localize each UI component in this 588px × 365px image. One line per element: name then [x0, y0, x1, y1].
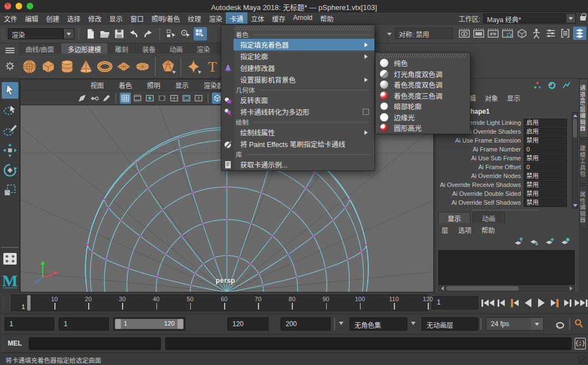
command-input[interactable] [29, 337, 161, 350]
channel-value-field[interactable]: 启用 [524, 128, 567, 136]
menubar-item-文件[interactable]: 文件 [0, 12, 21, 24]
new-layer-icon[interactable] [545, 237, 555, 248]
channel-value-field[interactable]: 禁用 [524, 136, 567, 145]
submenu-item-着色亮度三色调[interactable]: 着色亮度三色调 [376, 90, 470, 102]
play-forwards-button[interactable] [535, 296, 548, 310]
scroll-down-icon[interactable] [572, 202, 577, 208]
channel-box-menu-显示[interactable]: 显示 [507, 93, 520, 103]
render-view-icon[interactable] [458, 27, 471, 40]
submenu-item-圆形高光[interactable]: 圆形高光 [376, 123, 470, 134]
submenu-item-灯光角度双色调[interactable]: 灯光角度双色调 [376, 69, 470, 80]
shelf-menu-icon[interactable] [6, 47, 14, 53]
time-slider-track[interactable]: 1 102030405060708090100110120 [11, 295, 429, 311]
channel-value-field[interactable]: 禁用 [524, 181, 567, 189]
channel-box-menu-对象[interactable]: 对象 [485, 93, 498, 103]
playback-loop-icon[interactable] [554, 318, 566, 332]
layer-up-icon[interactable] [514, 237, 524, 248]
select-tool-icon[interactable] [2, 82, 18, 99]
menu-item-创建修改器[interactable]: 创建修改器 [221, 62, 374, 74]
layer-editor-tab-动画[interactable]: 动画 [473, 212, 505, 223]
sidebar-tab-属性编辑器[interactable]: 属性编辑器 [579, 185, 588, 230]
current-time-marker[interactable] [27, 295, 31, 311]
resolution-gate-icon[interactable] [144, 93, 155, 104]
channel-value-field[interactable]: 0 [524, 163, 567, 171]
poly-type-icon[interactable]: T [203, 57, 222, 77]
layer-hscrollbar[interactable] [438, 285, 575, 292]
panel-menu-视图[interactable]: 视图 [90, 80, 104, 90]
poly-cylinder-icon[interactable] [58, 57, 77, 77]
hypershade-icon[interactable] [515, 27, 529, 40]
menuset-value[interactable]: 渲染 [8, 28, 63, 39]
menubar-item-卡通[interactable]: 卡通 [226, 12, 247, 24]
menuset-dropdown-icon[interactable] [63, 28, 74, 39]
shelf-gear-icon[interactable] [5, 61, 15, 73]
menu-item-指定轮廓[interactable]: 指定轮廓 [221, 50, 374, 62]
menu-item-将卡通线转化为多边形[interactable]: 将卡通线转化为多边形 [221, 106, 374, 118]
character-icon[interactable] [530, 27, 543, 40]
menubar-item-显示[interactable]: 显示 [105, 12, 126, 24]
layer-down-icon[interactable] [529, 237, 539, 248]
poly-cone-icon[interactable] [77, 57, 95, 77]
current-frame-field[interactable]: 1 [432, 296, 478, 310]
playback-end-field[interactable]: 120 [227, 317, 268, 331]
grid-icon[interactable] [120, 93, 131, 104]
submenu-item-着色亮度双色调[interactable]: 着色亮度双色调 [376, 79, 470, 90]
go-to-end-button[interactable] [575, 296, 588, 310]
layer-stack-icon[interactable] [573, 27, 586, 40]
menubar-item-纹理[interactable]: 纹理 [184, 12, 205, 24]
poly-disc-icon[interactable] [133, 57, 152, 77]
script-editor-icon[interactable]: {;} [575, 338, 586, 349]
menubar-item-缓存[interactable]: 缓存 [268, 12, 290, 24]
undo-icon[interactable] [127, 27, 140, 40]
fps-selector[interactable]: 24 fps [486, 317, 544, 331]
sidebar-tab-建模工具包[interactable]: 建模工具包 [579, 139, 588, 184]
sidebar-tab-通道盒/层编辑器[interactable]: 通道盒/层编辑器 [579, 79, 588, 138]
submenu-item-纯色[interactable]: 纯色 [376, 58, 470, 69]
new-scene-icon[interactable] [84, 27, 97, 40]
shelf-tab-动画[interactable]: 动画 [163, 43, 190, 54]
attribute-sliders-icon[interactable] [544, 27, 557, 40]
menubar-item-帮助[interactable]: 帮助 [316, 12, 337, 24]
four-view-layout-icon[interactable] [2, 251, 18, 267]
paint-select-tool-icon[interactable] [2, 122, 18, 139]
anim-layer-field[interactable]: 无动画层 [422, 317, 478, 331]
shelf-tab-多边形建模[interactable]: 多边形建模 [61, 43, 108, 54]
film-gate-icon[interactable] [132, 93, 143, 104]
animation-end-field[interactable]: 200 [281, 317, 331, 331]
camera-select-icon[interactable] [89, 93, 100, 104]
menubar-item-渲染[interactable]: 渲染 [205, 12, 226, 24]
layer-menu-选项[interactable]: 选项 [458, 225, 472, 235]
asset-editor-icon[interactable] [559, 27, 572, 40]
poly-cube-icon[interactable] [39, 57, 58, 77]
menu-item-指定填充着色器[interactable]: 指定填充着色器 [234, 39, 374, 50]
channel-value-field[interactable]: 0 [524, 145, 567, 154]
menubar-item-创建[interactable]: 创建 [42, 12, 63, 24]
command-language-label[interactable]: MEL [8, 339, 22, 347]
select-hierarchy-icon[interactable] [165, 27, 178, 40]
menu-item-将 Paint Effects 笔刷指定给卡通线[interactable]: 将 Paint Effects 笔刷指定给卡通线 [221, 138, 374, 150]
layer-menu-层[interactable]: 层 [442, 225, 448, 235]
symmetry-field[interactable]: 对称: 禁用 [395, 28, 453, 39]
menuset-selector[interactable]: 渲染 [8, 28, 74, 39]
safe-action-icon[interactable] [181, 93, 192, 104]
resize-grip[interactable] [578, 355, 587, 364]
panel-menu-着色[interactable]: 着色 [119, 80, 132, 90]
step-forward-frame-button[interactable] [561, 296, 575, 310]
hscrollbar-thumb[interactable] [447, 286, 519, 291]
channel-scrollbar[interactable] [572, 112, 578, 209]
maya-logo[interactable]: M [2, 272, 18, 288]
panel-menu-照明[interactable]: 照明 [147, 80, 160, 90]
render-settings-icon[interactable] [501, 27, 514, 40]
submenu-tearoff-handle[interactable] [379, 54, 467, 58]
bookmark-icon[interactable] [77, 93, 88, 104]
submenu-item-暗部轮廓[interactable]: 暗部轮廓 [376, 101, 470, 112]
rotate-tool-icon[interactable] [2, 162, 18, 179]
save-scene-icon[interactable] [113, 27, 126, 40]
range-slider[interactable]: 1 120 [113, 317, 185, 331]
submenu-item-边缘光[interactable]: 边缘光 [376, 112, 470, 123]
step-back-key-button[interactable] [508, 296, 521, 310]
shelf-tab-曲线/曲面[interactable]: 曲线/曲面 [19, 43, 61, 54]
open-scene-icon[interactable] [98, 27, 111, 40]
character-set-field[interactable]: 无角色集 [349, 317, 407, 331]
scroll-left-icon[interactable] [439, 285, 445, 291]
